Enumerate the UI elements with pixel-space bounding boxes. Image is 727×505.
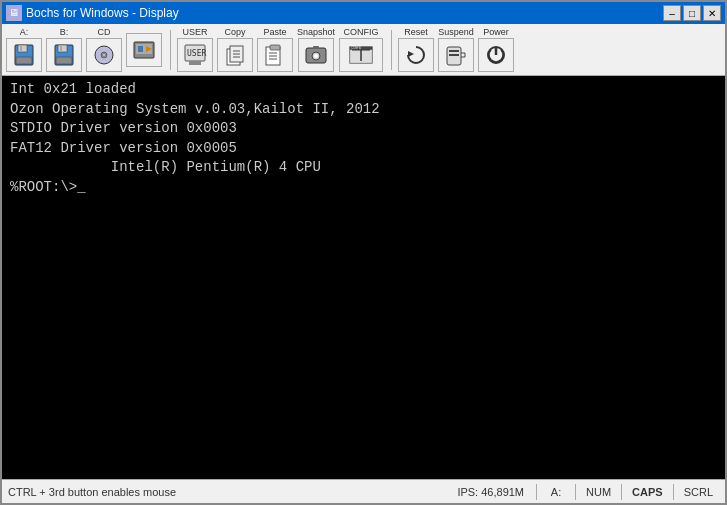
- toolbar-label-copy: Copy: [224, 27, 245, 37]
- toolbar-label-power: Power: [483, 27, 509, 37]
- terminal-display: Int 0x21 loaded Ozon Operating System v.…: [2, 76, 725, 479]
- reset-button[interactable]: [398, 38, 434, 72]
- paste-button[interactable]: [257, 38, 293, 72]
- svg-rect-7: [60, 46, 62, 51]
- toolbar-group-suspend: Suspend: [438, 27, 474, 72]
- toolbar: A: B:: [2, 24, 725, 76]
- toolbar-label-snapshot: Snapshot: [297, 27, 335, 37]
- status-num: NUM: [580, 486, 617, 498]
- toolbar-group-reset: Reset: [398, 27, 434, 72]
- status-divider-4: [673, 484, 674, 500]
- toolbar-group-cdrom: CD: [86, 27, 122, 72]
- toolbar-separator-2: [391, 30, 392, 70]
- status-drive: A:: [541, 486, 571, 498]
- svg-rect-24: [270, 45, 280, 50]
- toolbar-label-b: B:: [60, 27, 69, 37]
- status-mouse-hint: CTRL + 3rd button enables mouse: [8, 486, 457, 498]
- status-divider-1: [536, 484, 537, 500]
- config-button[interactable]: CONFIG: [339, 38, 383, 72]
- maximize-button[interactable]: □: [683, 5, 701, 21]
- status-scrl: SCRL: [678, 486, 719, 498]
- copy-button[interactable]: [217, 38, 253, 72]
- window-title: Bochs for Windows - Display: [26, 6, 179, 20]
- svg-rect-1: [18, 45, 27, 52]
- floppy-a-button[interactable]: [6, 38, 42, 72]
- svg-text:USER: USER: [187, 49, 206, 58]
- svg-rect-2: [16, 57, 32, 64]
- toolbar-label-user: USER: [182, 27, 207, 37]
- svg-marker-37: [408, 51, 414, 57]
- svg-rect-39: [449, 50, 459, 52]
- toolbar-label-config: CONFIG: [344, 27, 379, 37]
- status-bar: CTRL + 3rd button enables mouse IPS: 46,…: [2, 479, 725, 503]
- terminal-output: Int 0x21 loaded Ozon Operating System v.…: [10, 80, 717, 198]
- toolbar-label-a: A:: [20, 27, 29, 37]
- svg-rect-3: [20, 46, 22, 51]
- status-divider-3: [621, 484, 622, 500]
- svg-rect-5: [58, 45, 67, 52]
- svg-text:CONFIG: CONFIG: [351, 46, 361, 50]
- suspend-button[interactable]: [438, 38, 474, 72]
- toolbar-group-user: USER USER: [177, 27, 213, 72]
- main-window: 🖥 Bochs for Windows - Display – □ ✕ A:: [0, 0, 727, 505]
- svg-rect-40: [449, 54, 459, 56]
- toolbar-group-floppy-a: A:: [6, 27, 42, 72]
- svg-rect-6: [56, 57, 72, 64]
- svg-point-31: [314, 54, 318, 58]
- toolbar-label-reset: Reset: [404, 27, 428, 37]
- window-icon: 🖥: [6, 5, 22, 21]
- toolbar-label-paste: Paste: [263, 27, 286, 37]
- title-bar: 🖥 Bochs for Windows - Display – □ ✕: [2, 2, 725, 24]
- power-button[interactable]: [478, 38, 514, 72]
- minimize-button[interactable]: –: [663, 5, 681, 21]
- toolbar-group-config: CONFIG CONFIG: [339, 27, 383, 72]
- status-ips: IPS: 46,891M: [457, 486, 524, 498]
- toolbar-label-suspend: Suspend: [438, 27, 474, 37]
- title-bar-left: 🖥 Bochs for Windows - Display: [6, 5, 179, 21]
- status-divider-2: [575, 484, 576, 500]
- toolbar-group-floppy-b: B:: [46, 27, 82, 72]
- toolbar-group-paste: Paste: [257, 27, 293, 72]
- floppy-b-button[interactable]: [46, 38, 82, 72]
- toolbar-label-cd: CD: [98, 27, 111, 37]
- snapshot-load-button[interactable]: [126, 33, 162, 67]
- toolbar-group-power: Power: [478, 27, 514, 72]
- svg-rect-29: [313, 46, 319, 49]
- toolbar-group-copy: Copy: [217, 27, 253, 72]
- svg-point-10: [103, 54, 105, 56]
- status-caps: CAPS: [626, 486, 669, 498]
- title-buttons: – □ ✕: [663, 5, 721, 21]
- toolbar-separator-1: [170, 30, 171, 70]
- snapshot-button[interactable]: [298, 38, 334, 72]
- cdrom-button[interactable]: [86, 38, 122, 72]
- svg-rect-13: [138, 46, 143, 52]
- close-button[interactable]: ✕: [703, 5, 721, 21]
- toolbar-group-snapshot-load: [126, 32, 162, 67]
- user-button[interactable]: USER: [177, 38, 213, 72]
- toolbar-group-snapshot: Snapshot: [297, 27, 335, 72]
- svg-rect-17: [189, 61, 201, 65]
